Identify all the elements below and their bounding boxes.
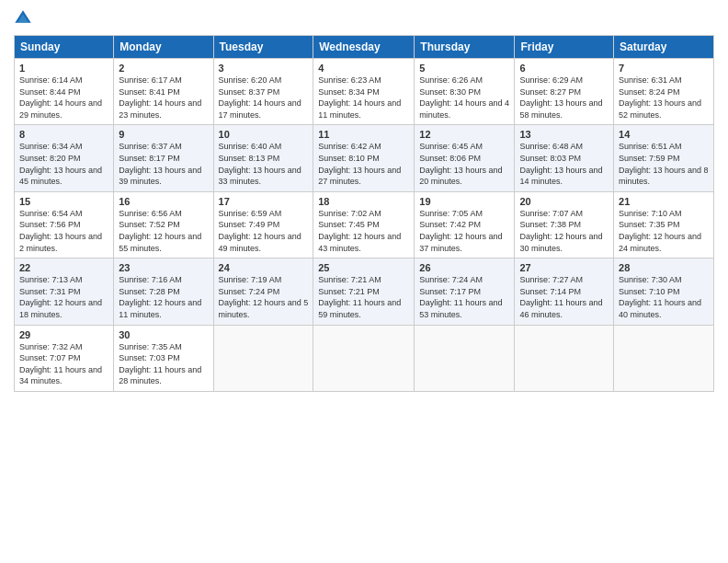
daylight-label: Daylight: 13 hours and 14 minutes. — [519, 166, 602, 187]
day-info: Sunrise: 6:59 AM Sunset: 7:49 PM Dayligh… — [219, 208, 309, 254]
sunrise-label: Sunrise: 6:26 AM — [419, 75, 483, 85]
sunset-label: Sunset: 7:45 PM — [318, 220, 380, 229]
daylight-label: Daylight: 13 hours and 33 minutes. — [219, 166, 301, 187]
day-number: 5 — [419, 63, 509, 74]
sunset-label: Sunset: 7:28 PM — [119, 287, 180, 296]
day-info: Sunrise: 7:13 AM Sunset: 7:31 PM Dayligh… — [19, 274, 108, 320]
day-number: 26 — [419, 262, 509, 273]
day-number: 17 — [219, 196, 309, 207]
day-number: 9 — [119, 129, 208, 140]
day-number: 6 — [519, 63, 609, 74]
sunset-label: Sunset: 7:14 PM — [519, 287, 581, 296]
day-number: 1 — [19, 63, 108, 74]
sunrise-label: Sunrise: 7:16 AM — [119, 275, 182, 284]
calendar-day-cell — [415, 325, 515, 391]
calendar-day-cell: 1 Sunrise: 6:14 AM Sunset: 8:44 PM Dayli… — [15, 59, 114, 125]
day-info: Sunrise: 7:05 AM Sunset: 7:42 PM Dayligh… — [419, 208, 509, 254]
daylight-label: Daylight: 13 hours and 27 minutes. — [318, 166, 401, 187]
day-info: Sunrise: 6:45 AM Sunset: 8:06 PM Dayligh… — [419, 141, 509, 187]
calendar-day-cell: 7 Sunrise: 6:31 AM Sunset: 8:24 PM Dayli… — [614, 59, 714, 125]
daylight-label: Daylight: 11 hours and 28 minutes. — [119, 365, 201, 386]
calendar-day-cell: 28 Sunrise: 7:30 AM Sunset: 7:10 PM Dayl… — [614, 259, 714, 325]
sunset-label: Sunset: 8:37 PM — [219, 87, 280, 97]
day-number: 28 — [619, 262, 709, 273]
weekday-header: Sunday — [15, 36, 114, 59]
sunset-label: Sunset: 8:27 PM — [519, 87, 581, 97]
daylight-label: Daylight: 13 hours and 39 minutes. — [119, 166, 201, 187]
sunrise-label: Sunrise: 6:23 AM — [318, 75, 381, 85]
weekday-header: Saturday — [614, 36, 714, 59]
sunset-label: Sunset: 7:42 PM — [419, 220, 481, 229]
day-info: Sunrise: 6:48 AM Sunset: 8:03 PM Dayligh… — [519, 141, 609, 187]
daylight-label: Daylight: 12 hours and 24 minutes. — [619, 232, 701, 253]
calendar-day-cell: 5 Sunrise: 6:26 AM Sunset: 8:30 PM Dayli… — [415, 59, 515, 125]
sunset-label: Sunset: 7:03 PM — [119, 353, 180, 362]
sunset-label: Sunset: 8:10 PM — [318, 154, 380, 163]
daylight-label: Daylight: 13 hours and 8 minutes. — [619, 166, 709, 187]
sunset-label: Sunset: 8:17 PM — [119, 154, 180, 163]
sunrise-label: Sunrise: 7:27 AM — [519, 275, 583, 284]
calendar-day-cell: 15 Sunrise: 6:54 AM Sunset: 7:56 PM Dayl… — [15, 191, 114, 258]
weekday-header: Tuesday — [213, 36, 313, 59]
sunset-label: Sunset: 7:21 PM — [318, 287, 380, 296]
day-info: Sunrise: 7:30 AM Sunset: 7:10 PM Dayligh… — [619, 274, 709, 320]
day-number: 21 — [619, 196, 709, 207]
day-number: 23 — [119, 262, 208, 273]
sunrise-label: Sunrise: 7:19 AM — [219, 275, 282, 284]
weekday-header: Wednesday — [313, 36, 415, 59]
sunrise-label: Sunrise: 7:30 AM — [619, 275, 682, 284]
calendar-day-cell: 2 Sunrise: 6:17 AM Sunset: 8:41 PM Dayli… — [114, 59, 213, 125]
sunset-label: Sunset: 8:06 PM — [419, 154, 481, 163]
sunrise-label: Sunrise: 7:07 AM — [519, 209, 583, 218]
calendar-day-cell: 27 Sunrise: 7:27 AM Sunset: 7:14 PM Dayl… — [515, 259, 614, 325]
calendar-day-cell: 19 Sunrise: 7:05 AM Sunset: 7:42 PM Dayl… — [415, 191, 515, 258]
calendar-day-cell: 16 Sunrise: 6:56 AM Sunset: 7:52 PM Dayl… — [114, 191, 213, 258]
day-info: Sunrise: 6:51 AM Sunset: 7:59 PM Dayligh… — [619, 141, 709, 187]
logo — [14, 9, 36, 28]
day-info: Sunrise: 7:16 AM Sunset: 7:28 PM Dayligh… — [119, 274, 208, 320]
daylight-label: Daylight: 12 hours and 55 minutes. — [119, 232, 201, 253]
day-number: 22 — [19, 262, 108, 273]
day-info: Sunrise: 6:34 AM Sunset: 8:20 PM Dayligh… — [19, 141, 108, 187]
sunrise-label: Sunrise: 7:24 AM — [419, 275, 483, 284]
logo-icon — [14, 9, 32, 28]
sunrise-label: Sunrise: 6:54 AM — [19, 209, 83, 218]
sunset-label: Sunset: 7:49 PM — [219, 220, 280, 229]
daylight-label: Daylight: 14 hours and 17 minutes. — [219, 98, 301, 120]
sunset-label: Sunset: 7:10 PM — [619, 287, 680, 296]
calendar-week-row: 1 Sunrise: 6:14 AM Sunset: 8:44 PM Dayli… — [15, 59, 714, 125]
calendar-day-cell: 25 Sunrise: 7:21 AM Sunset: 7:21 PM Dayl… — [313, 259, 415, 325]
sunrise-label: Sunrise: 6:45 AM — [419, 142, 483, 151]
day-number: 30 — [119, 329, 208, 340]
day-info: Sunrise: 7:24 AM Sunset: 7:17 PM Dayligh… — [419, 274, 509, 320]
weekday-header: Friday — [515, 36, 614, 59]
day-info: Sunrise: 6:14 AM Sunset: 8:44 PM Dayligh… — [19, 75, 108, 121]
day-info: Sunrise: 6:17 AM Sunset: 8:41 PM Dayligh… — [119, 75, 208, 121]
calendar-table: SundayMondayTuesdayWednesdayThursdayFrid… — [14, 35, 714, 392]
daylight-label: Daylight: 13 hours and 58 minutes. — [519, 98, 602, 120]
calendar-day-cell: 24 Sunrise: 7:19 AM Sunset: 7:24 PM Dayl… — [213, 259, 313, 325]
sunset-label: Sunset: 7:56 PM — [19, 220, 81, 229]
day-number: 27 — [519, 262, 609, 273]
daylight-label: Daylight: 13 hours and 52 minutes. — [619, 98, 701, 120]
calendar-day-cell: 26 Sunrise: 7:24 AM Sunset: 7:17 PM Dayl… — [415, 259, 515, 325]
calendar-day-cell: 3 Sunrise: 6:20 AM Sunset: 8:37 PM Dayli… — [213, 59, 313, 125]
sunrise-label: Sunrise: 7:10 AM — [619, 209, 682, 218]
daylight-label: Daylight: 13 hours and 2 minutes. — [19, 232, 102, 253]
sunset-label: Sunset: 7:31 PM — [19, 287, 81, 296]
sunrise-label: Sunrise: 7:05 AM — [419, 209, 483, 218]
sunset-label: Sunset: 7:35 PM — [619, 220, 680, 229]
calendar-day-cell: 8 Sunrise: 6:34 AM Sunset: 8:20 PM Dayli… — [15, 125, 114, 191]
calendar-day-cell: 22 Sunrise: 7:13 AM Sunset: 7:31 PM Dayl… — [15, 259, 114, 325]
sunrise-label: Sunrise: 6:56 AM — [119, 209, 182, 218]
day-info: Sunrise: 6:29 AM Sunset: 8:27 PM Dayligh… — [519, 75, 609, 121]
calendar-day-cell: 18 Sunrise: 7:02 AM Sunset: 7:45 PM Dayl… — [313, 191, 415, 258]
sunrise-label: Sunrise: 6:31 AM — [619, 75, 682, 85]
sunrise-label: Sunrise: 6:42 AM — [318, 142, 381, 151]
sunrise-label: Sunrise: 6:51 AM — [619, 142, 682, 151]
day-number: 7 — [619, 63, 709, 74]
sunset-label: Sunset: 8:41 PM — [119, 87, 180, 97]
day-number: 24 — [219, 262, 309, 273]
sunset-label: Sunset: 8:03 PM — [519, 154, 581, 163]
day-info: Sunrise: 7:35 AM Sunset: 7:03 PM Dayligh… — [119, 341, 208, 387]
